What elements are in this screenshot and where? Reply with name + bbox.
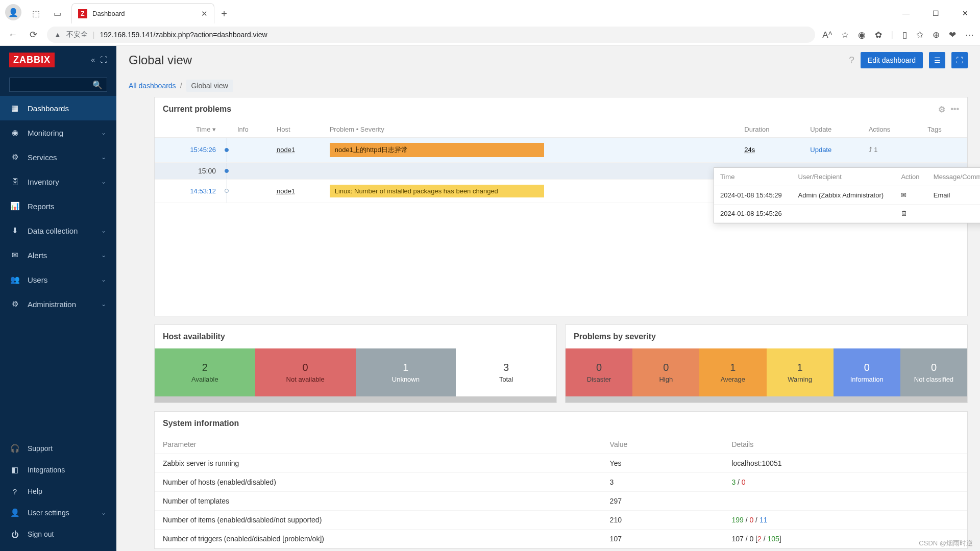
window-close[interactable]: ✕ <box>950 3 980 23</box>
col-param: Parameter <box>155 435 602 454</box>
tile-count: 0 <box>596 362 602 373</box>
more-icon[interactable]: ⋯ <box>965 30 974 40</box>
sidebar-item-inventory[interactable]: 🗄Inventory⌄ <box>0 169 116 194</box>
chevron-down-icon: ⌄ <box>101 178 106 185</box>
tile-available[interactable]: 2Available <box>155 348 255 396</box>
tile-count: 0 <box>663 362 669 373</box>
value: Yes <box>602 454 724 472</box>
sidebar-item-administration[interactable]: ⚙Administration⌄ <box>0 292 116 316</box>
sidebar-item-sign-out[interactable]: ⏻Sign out <box>0 523 116 545</box>
expand-icon[interactable]: ⛶ <box>100 56 107 64</box>
refresh-button[interactable]: ⟳ <box>27 28 40 41</box>
tile-high[interactable]: 0High <box>632 348 699 396</box>
address-bar[interactable]: ▲ 不安全 | 192.168.159.141/zabbix.php?actio… <box>47 27 815 43</box>
browser-tab[interactable]: Z Dashboard ✕ <box>71 3 214 23</box>
update-link[interactable]: Update <box>810 146 831 154</box>
tile-not-available[interactable]: 0Not available <box>255 348 356 396</box>
sidebar-item-data-collection[interactable]: ⬇Data collection⌄ <box>0 218 116 243</box>
breadcrumb-all[interactable]: All dashboards <box>129 82 176 90</box>
more-icon[interactable]: ••• <box>950 105 959 114</box>
problem-name[interactable]: node1上的httpd日志异常 <box>330 143 544 157</box>
popup-action-icon: 🗓 <box>895 205 927 223</box>
breadcrumb: All dashboards / Global view <box>116 75 980 97</box>
col-duration: Duration <box>739 121 805 138</box>
plugin-icon[interactable]: ◉ <box>858 30 866 40</box>
sidebar-item-reports[interactable]: 📊Reports <box>0 194 116 218</box>
sidebar-item-integrations[interactable]: ◧Integrations <box>0 459 116 481</box>
tabs-icon[interactable]: ▭ <box>50 6 64 20</box>
tile-disaster[interactable]: 0Disaster <box>566 348 632 396</box>
sidebar-item-support[interactable]: 🎧Support <box>0 438 116 459</box>
zabbix-logo[interactable]: ZABBIX <box>9 53 55 67</box>
window-minimize[interactable]: — <box>891 3 921 23</box>
tile-count: 1 <box>403 362 408 373</box>
param: Number of templates <box>155 491 602 510</box>
widget-title: System information <box>163 419 239 428</box>
extensions-icon[interactable]: ✿ <box>875 30 882 40</box>
reader-icon[interactable]: ▯ <box>902 30 907 40</box>
sidebar-item-dashboards[interactable]: ▦Dashboards <box>0 96 116 120</box>
tile-count: 0 <box>864 362 870 373</box>
menu-icon: 📊 <box>10 202 19 211</box>
col-host: Host <box>272 121 325 138</box>
workspace-icon[interactable]: ⬚ <box>29 6 43 20</box>
favorites-list-icon[interactable]: ✩ <box>916 30 923 40</box>
back-button[interactable]: ← <box>6 28 19 41</box>
tile-warning[interactable]: 1Warning <box>767 348 834 396</box>
host-availability-widget: Host availability 2Available0Not availab… <box>154 324 557 403</box>
value: 107 <box>602 529 724 548</box>
problem-time[interactable]: 14:53:12 <box>190 187 216 195</box>
menu-icon: 🎧 <box>10 444 19 453</box>
col-update: Update <box>805 121 863 138</box>
host-link[interactable]: node1 <box>277 187 295 195</box>
tile-label: Not available <box>286 375 325 383</box>
window-maximize[interactable]: ☐ <box>921 3 950 23</box>
sidebar-item-users[interactable]: 👥Users⌄ <box>0 267 116 292</box>
sidebar-item-label: Integrations <box>28 466 65 474</box>
col-problem: Problem • Severity <box>325 121 740 138</box>
sidebar-item-services[interactable]: ⚙Services⌄ <box>0 145 116 169</box>
fullscreen-button[interactable]: ⛶ <box>951 52 968 68</box>
tile-unknown[interactable]: 1Unknown <box>356 348 456 396</box>
popup-msg <box>927 205 980 223</box>
search-input[interactable]: 🔍 <box>9 78 107 92</box>
help-icon[interactable]: ? <box>849 55 854 66</box>
tile-information[interactable]: 0Information <box>834 348 900 396</box>
tile-count: 0 <box>931 362 937 373</box>
popup-user: Admin (Zabbix Administrator) <box>792 186 895 205</box>
tile-label: Total <box>499 375 513 383</box>
favorite-icon[interactable]: ☆ <box>841 30 849 40</box>
edit-dashboard-button[interactable]: Edit dashboard <box>861 52 923 68</box>
text-size-icon[interactable]: Aᴬ <box>822 30 831 40</box>
param: Number of triggers (enabled/disabled [pr… <box>155 529 602 548</box>
sidebar-item-monitoring[interactable]: ◉Monitoring⌄ <box>0 120 116 145</box>
col-time[interactable]: Time ▾ <box>155 121 221 138</box>
menu-icon: ✉ <box>10 251 19 260</box>
sidebar-item-alerts[interactable]: ✉Alerts⌄ <box>0 243 116 267</box>
new-tab-button[interactable]: + <box>216 6 232 21</box>
problem-name[interactable]: Linux: Number of installed packages has … <box>330 185 544 197</box>
details: 199 / 0 / 11 <box>723 510 967 529</box>
insecure-label: 不安全 <box>66 30 88 39</box>
menu-icon: ⬇ <box>10 226 19 235</box>
tile-label: Unknown <box>392 375 420 383</box>
tab-close-icon[interactable]: ✕ <box>201 9 208 18</box>
sidebar-item-user-settings[interactable]: 👤User settings⌄ <box>0 502 116 523</box>
health-icon[interactable]: ❤ <box>949 30 956 40</box>
page-title: Global view <box>129 53 192 67</box>
host-link[interactable]: node1 <box>277 146 295 154</box>
gear-icon[interactable]: ⚙ <box>938 105 945 114</box>
tile-not-classified[interactable]: 0Not classified <box>900 348 967 396</box>
collapse-icon[interactable]: « <box>91 56 95 64</box>
collections-icon[interactable]: ⊕ <box>933 30 940 40</box>
tile-total[interactable]: 3Total <box>456 348 556 396</box>
tile-label: Information <box>850 375 884 383</box>
details <box>723 491 967 510</box>
value: 3 <box>602 472 724 491</box>
tile-average[interactable]: 1Average <box>699 348 766 396</box>
sidebar-item-help[interactable]: ?Help <box>0 481 116 502</box>
profile-avatar[interactable]: 👤 <box>5 4 21 20</box>
list-button[interactable]: ☰ <box>929 52 945 68</box>
problem-time[interactable]: 15:45:26 <box>190 146 216 154</box>
action-icon[interactable]: ⤴ 1 <box>869 146 878 154</box>
